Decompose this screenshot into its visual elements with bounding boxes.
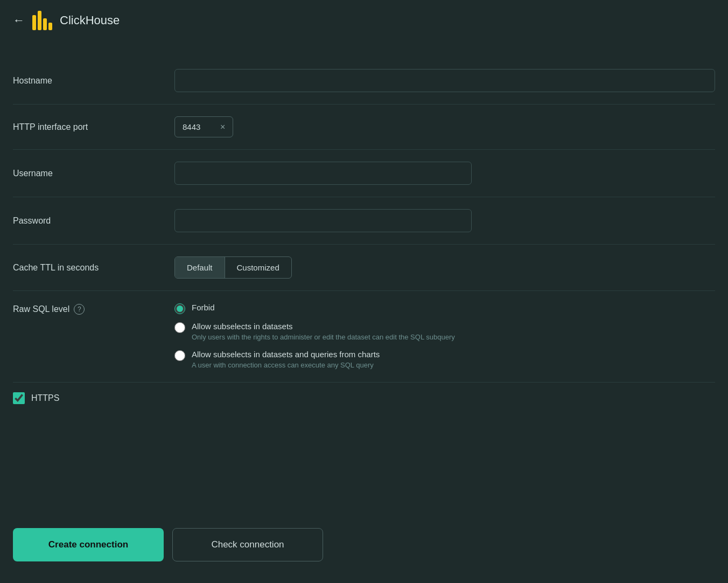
- username-label: Username: [13, 169, 174, 178]
- radio-allow-queries-label: Allow subselects in datasets and queries…: [192, 350, 380, 359]
- cache-ttl-toggle-group: Default Customized: [174, 256, 292, 279]
- logo-bar-4: [48, 23, 52, 30]
- header: ← ClickHouse: [0, 0, 728, 41]
- cache-ttl-control: Default Customized: [174, 256, 715, 279]
- hostname-control: [174, 69, 715, 92]
- raw-sql-help-icon[interactable]: ?: [74, 304, 85, 315]
- port-input-wrapper: ×: [174, 116, 233, 137]
- radio-allow-queries-input[interactable]: [174, 350, 185, 361]
- radio-allow-subselects-labels: Allow subselects in datasets Only users …: [192, 322, 455, 342]
- radio-allow-subselects-sublabel: Only users with the rights to administer…: [192, 332, 455, 342]
- username-row: Username: [13, 150, 715, 197]
- radio-allow-queries[interactable]: Allow subselects in datasets and queries…: [174, 350, 715, 370]
- footer-buttons: Create connection Check connection: [13, 515, 715, 561]
- cache-ttl-customized-button[interactable]: Customized: [225, 257, 291, 278]
- username-control: [174, 162, 715, 185]
- password-control: [174, 209, 715, 232]
- connection-form: Hostname HTTP interface port × Username: [13, 57, 715, 414]
- radio-forbid-input[interactable]: [174, 303, 185, 314]
- hostname-input[interactable]: [174, 69, 715, 92]
- cache-ttl-label: Cache TTL in seconds: [13, 263, 174, 273]
- logo-bar-1: [32, 15, 36, 30]
- clear-port-button[interactable]: ×: [220, 123, 225, 131]
- radio-allow-subselects[interactable]: Allow subselects in datasets Only users …: [174, 322, 715, 342]
- page-title: ClickHouse: [60, 13, 120, 27]
- logo-bar-3: [43, 18, 47, 30]
- logo-bar-2: [38, 11, 41, 30]
- back-button[interactable]: ←: [13, 15, 25, 26]
- http-port-input[interactable]: [183, 122, 215, 131]
- check-connection-button[interactable]: Check connection: [172, 528, 323, 561]
- raw-sql-row: Raw SQL level ? Forbid Allow subselects …: [13, 291, 715, 382]
- username-input[interactable]: [174, 162, 472, 185]
- https-label[interactable]: HTTPS: [31, 393, 59, 403]
- hostname-label: Hostname: [13, 76, 174, 86]
- clickhouse-logo: [32, 11, 52, 30]
- password-label: Password: [13, 216, 174, 226]
- raw-sql-control: Forbid Allow subselects in datasets Only…: [174, 303, 715, 370]
- radio-allow-queries-labels: Allow subselects in datasets and queries…: [192, 350, 380, 370]
- raw-sql-radio-group: Forbid Allow subselects in datasets Only…: [174, 303, 715, 370]
- password-input[interactable]: [174, 209, 472, 232]
- cache-ttl-default-button[interactable]: Default: [175, 257, 225, 278]
- cache-ttl-row: Cache TTL in seconds Default Customized: [13, 245, 715, 290]
- http-port-row: HTTP interface port ×: [13, 105, 715, 149]
- https-row: HTTPS: [13, 383, 715, 414]
- https-checkbox[interactable]: [13, 392, 25, 404]
- radio-allow-queries-sublabel: A user with connection access can execut…: [192, 360, 380, 370]
- raw-sql-label: Raw SQL level ?: [13, 303, 174, 315]
- http-port-label: HTTP interface port: [13, 122, 174, 132]
- radio-forbid-label: Forbid: [192, 303, 215, 312]
- radio-forbid[interactable]: Forbid: [174, 303, 715, 314]
- radio-allow-subselects-label: Allow subselects in datasets: [192, 322, 455, 331]
- radio-allow-subselects-input[interactable]: [174, 322, 185, 333]
- radio-forbid-labels: Forbid: [192, 303, 215, 312]
- create-connection-button[interactable]: Create connection: [13, 528, 164, 561]
- password-row: Password: [13, 197, 715, 244]
- main-content: Hostname HTTP interface port × Username: [0, 41, 728, 583]
- http-port-control: ×: [174, 116, 715, 137]
- hostname-row: Hostname: [13, 57, 715, 104]
